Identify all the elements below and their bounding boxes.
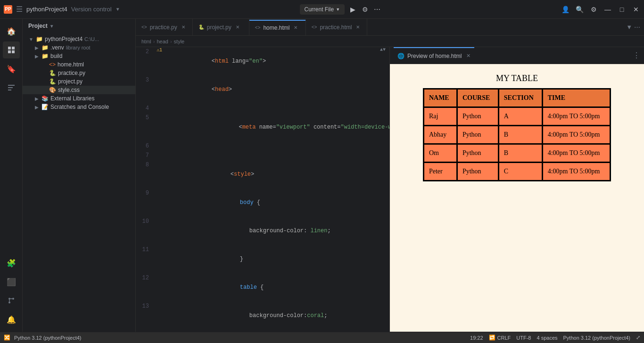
version-control-label[interactable]: Version control [71, 6, 112, 13]
project-name-label: pythonProject4 [26, 6, 67, 13]
preview-kebab-menu[interactable]: ⋮ [633, 51, 640, 60]
tree-root[interactable]: ▼ 📁 pythonProject4 C:\U... [23, 35, 135, 43]
line-num-3: 3 [136, 75, 155, 85]
line-content-5: <meta name="viewport" content="width=dev… [164, 113, 389, 141]
chevron-icon: ▼ [626, 24, 632, 31]
git-branch-icon[interactable]: 🔀 [4, 335, 10, 341]
line-content-3: <head> [164, 75, 389, 104]
sidebar-icon-home[interactable]: 🏠 [3, 23, 20, 40]
sidebar-icon-project[interactable] [3, 41, 20, 58]
tree-root-arrow: ▼ [28, 36, 34, 42]
minimize-icon[interactable]: — [603, 5, 612, 14]
tab-home-html-close[interactable]: ✕ [292, 24, 299, 31]
breadcrumb-bar: html › head › style [136, 36, 644, 47]
settings-icon[interactable]: ⚙ [361, 5, 369, 14]
lang-status[interactable]: Python 3.12 (pythonProject4) [563, 335, 630, 341]
sidebar-icon-notifications[interactable]: 🔔 [3, 311, 20, 328]
table-cell: C [498, 163, 542, 181]
table-th-name: NAME [423, 89, 457, 107]
top-bar: PP ☰ pythonProject4 Version control ▼ Cu… [0, 0, 644, 19]
line-num-8: 8 [136, 160, 155, 170]
sidebar-icon-structure[interactable] [3, 79, 20, 96]
line-num-9: 9 [136, 188, 155, 198]
preview-close-button[interactable]: ✕ [466, 53, 471, 59]
settings-gear-icon[interactable]: ⚙ [589, 5, 598, 14]
tree-build[interactable]: ▶ 📁 build [23, 52, 135, 60]
table-cell: Abhay [423, 126, 457, 144]
charset-status[interactable]: UTF-8 [516, 335, 531, 341]
preview-panel: 🌐 Preview of home.html ✕ ⋮ MY TABLE NAME [389, 47, 644, 332]
tab-practice-py[interactable]: <> practice.py ✕ [136, 19, 193, 35]
encoding-icon: 🔁 [489, 335, 495, 341]
tree-practice-py[interactable]: ▶ 🐍 practice.py [23, 69, 135, 77]
table-cell: B [498, 126, 542, 144]
preview-tab[interactable]: 🌐 Preview of home.html ✕ [394, 47, 474, 64]
sidebar-icon-plugins[interactable]: 🧩 [3, 254, 20, 271]
close-icon[interactable]: ✕ [632, 5, 640, 14]
venv-folder-icon: 📁 [41, 44, 49, 51]
code-line-2: 2 ⚠1 <html lang="en"> ▲▼ [136, 47, 389, 75]
ext-libs-icon: 📚 [41, 95, 49, 102]
run-icon[interactable]: ▶ [348, 5, 357, 14]
line-num-12: 12 [136, 273, 155, 283]
tree-external-libs[interactable]: ▶ 📚 External Libraries [23, 94, 135, 103]
sidebar-icon-bookmarks[interactable]: 🔖 [3, 60, 20, 77]
hamburger-icon[interactable]: ☰ [16, 5, 23, 14]
tree-scratches[interactable]: ▶ 📝 Scratches and Console [23, 103, 135, 111]
tab-project-py-close[interactable]: ✕ [234, 24, 241, 31]
globe-icon: 🌐 [397, 53, 405, 59]
line-num-7: 7 [136, 151, 155, 160]
table-th-section: SECTION [498, 89, 542, 107]
breadcrumb-style[interactable]: style [174, 39, 185, 44]
top-bar-center: Current File ▼ ▶ ⚙ ⋯ [300, 4, 382, 15]
tab-project-py[interactable]: 🐍 project.py ✕ [193, 19, 249, 35]
maximize-icon[interactable]: □ [618, 5, 626, 14]
tab-practice-py-close[interactable]: ✕ [180, 24, 187, 31]
tree-venv-arrow: ▶ [34, 45, 40, 50]
top-bar-left: PP ☰ pythonProject4 Version control ▼ [4, 5, 120, 14]
tab-home-html[interactable]: <> home.html ✕ [249, 19, 306, 35]
svg-rect-4 [8, 85, 15, 86]
table-row: PeterPythonC4:00pm TO 5:00pm [423, 163, 610, 181]
table-header-row: NAME COURSE SECTION TIME [423, 89, 610, 107]
indent-status[interactable]: 4 spaces [537, 335, 557, 341]
tab-practice-html[interactable]: <> practice.html ✕ [306, 19, 368, 35]
tree-scratches-label: Scratches and Console [50, 104, 109, 110]
table-cell: B [498, 144, 542, 163]
search-icon[interactable]: 🔍 [575, 5, 584, 14]
line-content-4 [164, 104, 389, 113]
table-row: RajPythonA4:00pm TO 5:00pm [423, 107, 610, 126]
code-line-6: 6 [136, 141, 389, 151]
sidebar-icons: 🏠 🔖 🧩 ⬛ 🔔 [0, 19, 23, 332]
tab-dropdown-button[interactable]: ▼ ⋯ [622, 19, 644, 35]
home-html-tab-icon: <> [255, 25, 261, 30]
tree-style-css[interactable]: ▶ 🎨 style.css [23, 86, 135, 94]
table-cell: 4:00pm TO 5:00pm [542, 163, 610, 181]
current-file-button[interactable]: Current File ▼ [300, 4, 345, 15]
status-left: 🔀 Python 3.12 (pythonProject4) [4, 335, 81, 341]
line-col-status[interactable]: 19:22 [470, 335, 483, 341]
line-content-12: table { [164, 273, 389, 302]
editor-split: 2 ⚠1 <html lang="en"> ▲▼ 3 [136, 47, 644, 332]
tree-practice-py-label: practice.py [58, 70, 85, 76]
encoding-status[interactable]: 🔁 CRLF [489, 335, 511, 341]
project-py-tab-icon: 🐍 [198, 24, 204, 30]
more-icon[interactable]: ⋯ [373, 5, 381, 14]
sidebar-icon-git[interactable] [3, 292, 20, 309]
sidebar-icon-terminal[interactable]: ⬛ [3, 273, 20, 290]
breadcrumb-head[interactable]: head [157, 39, 168, 44]
code-editor[interactable]: 2 ⚠1 <html lang="en"> ▲▼ 3 [136, 47, 389, 332]
expand-icon[interactable]: ⤢ [636, 335, 640, 341]
editor-area: <> practice.py ✕ 🐍 project.py ✕ <> home.… [136, 19, 644, 332]
tree-project-py[interactable]: ▶ 🐍 project.py [23, 77, 135, 86]
code-line-13: 13 background-color:coral; [136, 302, 389, 330]
code-line-4: 4 [136, 104, 389, 113]
tree-venv[interactable]: ▶ 📁 .venv library root [23, 43, 135, 52]
account-icon[interactable]: 👤 [561, 5, 570, 14]
tab-practice-html-close[interactable]: ✕ [355, 24, 361, 31]
tree-home-html[interactable]: ▶ <> home.html [23, 60, 135, 69]
svg-point-9 [8, 298, 10, 300]
breadcrumb-html[interactable]: html [141, 39, 151, 44]
svg-rect-5 [8, 87, 13, 88]
fold-icon[interactable]: ▲▼ [380, 47, 386, 52]
